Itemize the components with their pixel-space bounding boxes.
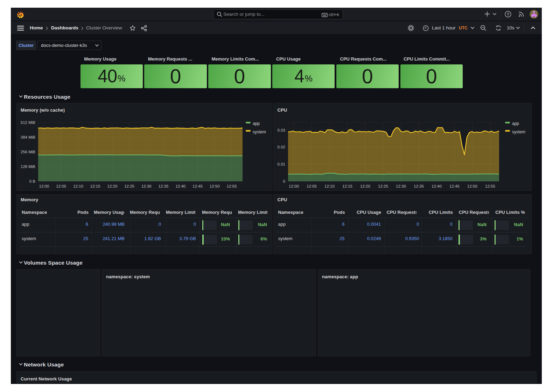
svg-text:12:55: 12:55 (227, 184, 237, 188)
svg-text:12:20: 12:20 (107, 184, 118, 188)
svg-text:app: app (253, 121, 260, 126)
svg-text:12:30: 12:30 (396, 184, 406, 188)
svg-text:0.03: 0.03 (277, 128, 285, 132)
svg-text:12:30: 12:30 (141, 184, 152, 188)
svg-text:12:50: 12:50 (467, 184, 477, 188)
svg-text:12:55: 12:55 (485, 184, 495, 188)
svg-text:12:05: 12:05 (307, 184, 317, 188)
svg-text:12:25: 12:25 (378, 184, 388, 188)
svg-text:384 MiB: 384 MiB (21, 135, 36, 139)
svg-text:0: 0 (283, 179, 285, 183)
svg-text:system: system (253, 130, 266, 134)
svg-text:12:15: 12:15 (90, 184, 100, 188)
svg-text:12:40: 12:40 (432, 184, 442, 188)
svg-text:12:00: 12:00 (289, 184, 299, 188)
svg-text:12:10: 12:10 (324, 184, 335, 188)
svg-text:12:40: 12:40 (175, 184, 186, 188)
svg-text:12:35: 12:35 (414, 184, 424, 188)
svg-text:12:05: 12:05 (56, 184, 66, 188)
svg-text:12:00: 12:00 (39, 184, 49, 188)
svg-text:12:45: 12:45 (449, 184, 460, 188)
svg-text:system: system (512, 130, 525, 134)
svg-text:?: ? (507, 12, 509, 16)
svg-text:128 MiB: 128 MiB (21, 164, 36, 169)
svg-text:0.01: 0.01 (277, 162, 285, 166)
svg-text:512 MiB: 512 MiB (21, 120, 36, 125)
svg-text:12:45: 12:45 (192, 184, 203, 188)
svg-text:0 B: 0 B (29, 179, 36, 183)
svg-text:256 MiB: 256 MiB (21, 150, 36, 154)
svg-text:12:50: 12:50 (210, 184, 220, 188)
svg-text:0.02: 0.02 (277, 145, 285, 149)
svg-text:12:10: 12:10 (73, 184, 83, 188)
svg-text:12:25: 12:25 (124, 184, 134, 188)
svg-text:12:20: 12:20 (360, 184, 370, 188)
svg-text:12:15: 12:15 (342, 184, 352, 188)
svg-text:12:35: 12:35 (159, 184, 169, 188)
svg-text:app: app (512, 121, 519, 126)
